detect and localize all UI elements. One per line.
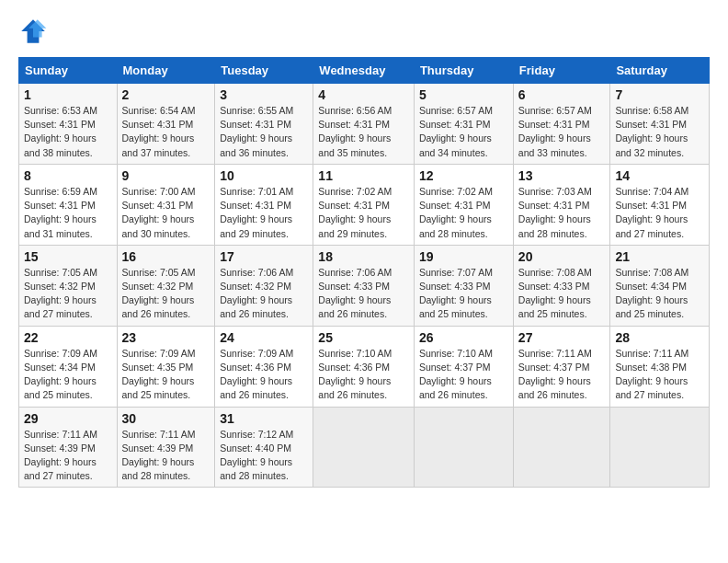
weekday-header: Monday [117, 58, 215, 84]
calendar-day: 3 Sunrise: 6:55 AMSunset: 4:31 PMDayligh… [215, 84, 313, 165]
day-info: Sunrise: 7:11 AMSunset: 4:38 PMDaylight:… [615, 348, 688, 401]
day-info: Sunrise: 6:58 AMSunset: 4:31 PMDaylight:… [615, 105, 688, 158]
day-number: 14 [615, 168, 704, 183]
calendar-day: 17 Sunrise: 7:06 AMSunset: 4:32 PMDaylig… [215, 245, 313, 326]
day-number: 26 [419, 330, 508, 345]
calendar-day [313, 407, 415, 488]
day-number: 27 [518, 330, 606, 345]
calendar-day: 15 Sunrise: 7:05 AMSunset: 4:32 PMDaylig… [19, 245, 118, 326]
calendar-day [414, 407, 513, 488]
calendar-day: 26 Sunrise: 7:10 AMSunset: 4:37 PMDaylig… [414, 326, 513, 407]
calendar-day: 20 Sunrise: 7:08 AMSunset: 4:33 PMDaylig… [513, 245, 610, 326]
weekday-header: Friday [513, 58, 610, 84]
calendar-day: 9 Sunrise: 7:00 AMSunset: 4:31 PMDayligh… [117, 164, 215, 245]
calendar-day [513, 407, 610, 488]
logo-icon [18, 17, 48, 46]
day-number: 24 [220, 330, 308, 345]
day-info: Sunrise: 7:11 AMSunset: 4:39 PMDaylight:… [24, 429, 97, 482]
calendar-day: 4 Sunrise: 6:56 AMSunset: 4:31 PMDayligh… [313, 84, 415, 165]
day-info: Sunrise: 7:12 AMSunset: 4:40 PMDaylight:… [220, 429, 293, 482]
day-info: Sunrise: 7:09 AMSunset: 4:36 PMDaylight:… [220, 348, 293, 401]
calendar-day: 19 Sunrise: 7:07 AMSunset: 4:33 PMDaylig… [414, 245, 513, 326]
calendar-day: 31 Sunrise: 7:12 AMSunset: 4:40 PMDaylig… [215, 407, 313, 488]
calendar-day: 6 Sunrise: 6:57 AMSunset: 4:31 PMDayligh… [513, 84, 610, 165]
day-number: 29 [24, 411, 112, 426]
day-info: Sunrise: 6:54 AMSunset: 4:31 PMDaylight:… [122, 105, 196, 158]
day-number: 23 [122, 330, 210, 345]
day-info: Sunrise: 7:08 AMSunset: 4:34 PMDaylight:… [615, 267, 688, 320]
day-info: Sunrise: 7:07 AMSunset: 4:33 PMDaylight:… [419, 267, 493, 320]
day-info: Sunrise: 6:56 AMSunset: 4:31 PMDaylight:… [318, 105, 392, 158]
day-number: 7 [615, 87, 704, 102]
calendar-day: 5 Sunrise: 6:57 AMSunset: 4:31 PMDayligh… [414, 84, 513, 165]
calendar-week: 29 Sunrise: 7:11 AMSunset: 4:39 PMDaylig… [19, 407, 710, 488]
day-info: Sunrise: 7:08 AMSunset: 4:33 PMDaylight:… [518, 267, 592, 320]
day-number: 6 [518, 87, 606, 102]
weekday-header: Saturday [610, 58, 710, 84]
day-info: Sunrise: 7:10 AMSunset: 4:37 PMDaylight:… [419, 348, 493, 401]
day-number: 16 [122, 249, 210, 264]
day-number: 8 [24, 168, 112, 183]
day-info: Sunrise: 7:02 AMSunset: 4:31 PMDaylight:… [318, 186, 392, 239]
day-number: 30 [122, 411, 210, 426]
day-info: Sunrise: 7:11 AMSunset: 4:37 PMDaylight:… [518, 348, 592, 401]
day-number: 10 [220, 168, 308, 183]
calendar-day: 29 Sunrise: 7:11 AMSunset: 4:39 PMDaylig… [19, 407, 118, 488]
calendar-day: 22 Sunrise: 7:09 AMSunset: 4:34 PMDaylig… [19, 326, 118, 407]
logo [18, 17, 51, 46]
day-number: 20 [518, 249, 606, 264]
weekday-header: Thursday [414, 58, 513, 84]
day-info: Sunrise: 7:04 AMSunset: 4:31 PMDaylight:… [615, 186, 688, 239]
calendar-day: 7 Sunrise: 6:58 AMSunset: 4:31 PMDayligh… [610, 84, 710, 165]
weekday-header: Tuesday [215, 58, 313, 84]
calendar-day: 1 Sunrise: 6:53 AMSunset: 4:31 PMDayligh… [19, 84, 118, 165]
calendar-day: 8 Sunrise: 6:59 AMSunset: 4:31 PMDayligh… [19, 164, 118, 245]
day-info: Sunrise: 7:10 AMSunset: 4:36 PMDaylight:… [318, 348, 392, 401]
day-number: 18 [318, 249, 409, 264]
calendar-table: SundayMondayTuesdayWednesdayThursdayFrid… [18, 57, 710, 488]
calendar-day: 21 Sunrise: 7:08 AMSunset: 4:34 PMDaylig… [610, 245, 710, 326]
calendar-day: 30 Sunrise: 7:11 AMSunset: 4:39 PMDaylig… [117, 407, 215, 488]
day-info: Sunrise: 7:09 AMSunset: 4:34 PMDaylight:… [24, 348, 97, 401]
calendar-day: 12 Sunrise: 7:02 AMSunset: 4:31 PMDaylig… [414, 164, 513, 245]
weekday-header: Wednesday [313, 58, 415, 84]
day-info: Sunrise: 6:55 AMSunset: 4:31 PMDaylight:… [220, 105, 293, 158]
day-number: 25 [318, 330, 409, 345]
weekday-header: Sunday [19, 58, 118, 84]
calendar-week: 22 Sunrise: 7:09 AMSunset: 4:34 PMDaylig… [19, 326, 710, 407]
calendar-day: 2 Sunrise: 6:54 AMSunset: 4:31 PMDayligh… [117, 84, 215, 165]
day-number: 1 [24, 87, 112, 102]
day-number: 4 [318, 87, 409, 102]
day-number: 22 [24, 330, 112, 345]
day-info: Sunrise: 7:06 AMSunset: 4:32 PMDaylight:… [220, 267, 293, 320]
day-number: 11 [318, 168, 409, 183]
day-number: 13 [518, 168, 606, 183]
day-number: 21 [615, 249, 704, 264]
day-info: Sunrise: 7:09 AMSunset: 4:35 PMDaylight:… [122, 348, 196, 401]
calendar-week: 8 Sunrise: 6:59 AMSunset: 4:31 PMDayligh… [19, 164, 710, 245]
calendar-header: SundayMondayTuesdayWednesdayThursdayFrid… [19, 58, 710, 84]
day-info: Sunrise: 7:03 AMSunset: 4:31 PMDaylight:… [518, 186, 592, 239]
day-info: Sunrise: 6:59 AMSunset: 4:31 PMDaylight:… [24, 186, 97, 239]
day-number: 9 [122, 168, 210, 183]
calendar-day: 10 Sunrise: 7:01 AMSunset: 4:31 PMDaylig… [215, 164, 313, 245]
day-number: 17 [220, 249, 308, 264]
calendar-day: 23 Sunrise: 7:09 AMSunset: 4:35 PMDaylig… [117, 326, 215, 407]
day-number: 12 [419, 168, 508, 183]
calendar-week: 1 Sunrise: 6:53 AMSunset: 4:31 PMDayligh… [19, 84, 710, 165]
calendar-day: 13 Sunrise: 7:03 AMSunset: 4:31 PMDaylig… [513, 164, 610, 245]
calendar-week: 15 Sunrise: 7:05 AMSunset: 4:32 PMDaylig… [19, 245, 710, 326]
day-number: 5 [419, 87, 508, 102]
day-number: 28 [615, 330, 704, 345]
day-info: Sunrise: 7:11 AMSunset: 4:39 PMDaylight:… [122, 429, 196, 482]
calendar-day: 16 Sunrise: 7:05 AMSunset: 4:32 PMDaylig… [117, 245, 215, 326]
day-number: 19 [419, 249, 508, 264]
day-number: 15 [24, 249, 112, 264]
calendar-day [610, 407, 710, 488]
day-number: 2 [122, 87, 210, 102]
calendar-page: SundayMondayTuesdayWednesdayThursdayFrid… [0, 0, 728, 563]
day-info: Sunrise: 7:02 AMSunset: 4:31 PMDaylight:… [419, 186, 493, 239]
calendar-day: 27 Sunrise: 7:11 AMSunset: 4:37 PMDaylig… [513, 326, 610, 407]
calendar-day: 25 Sunrise: 7:10 AMSunset: 4:36 PMDaylig… [313, 326, 415, 407]
day-info: Sunrise: 6:57 AMSunset: 4:31 PMDaylight:… [419, 105, 493, 158]
